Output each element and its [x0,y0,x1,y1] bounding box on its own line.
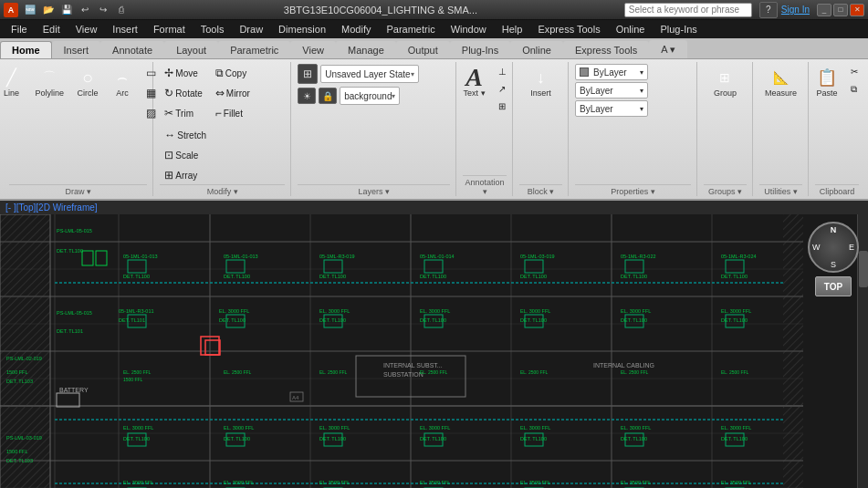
svg-text:DET. TL100: DET. TL100 [57,248,83,254]
draw-group-label: Draw ▾ [9,184,147,196]
layer-lock-btn[interactable]: 🔒 [319,88,337,104]
ribbon-group-groups: ⊞ Group Groups ▾ [698,62,753,196]
ribbon-tabs: Home Insert Annotate Layout Parametric V… [0,38,868,59]
navcube[interactable]: N S E W TOP [806,222,861,304]
arc-button[interactable]: ⌢ Arc [107,64,138,101]
tab-extra[interactable]: A ▾ [649,40,687,58]
paste-icon: 📋 [816,67,838,88]
svg-text:EL. 3500 FFL: EL. 3500 FFL [721,480,751,485]
arc-label: Arc [116,88,129,99]
clipboard-content: 📋 Paste ✂ ⧉ [811,62,863,184]
search-input[interactable] [624,3,752,17]
lineweight-dropdown[interactable]: ByLayer ▾ [575,100,648,117]
lineweight-label: ByLayer [580,104,613,114]
menu-modify[interactable]: Modify [334,22,378,36]
svg-text:DET. TL101: DET. TL101 [119,317,145,323]
dimension-btn[interactable]: ⊥ [494,64,511,79]
menu-dimension[interactable]: Dimension [271,22,333,36]
array-button[interactable]: ⊞ Array [160,166,211,184]
menu-view[interactable]: View [68,22,105,36]
polyline-button[interactable]: ⌒ Polyline [30,64,68,101]
print-btn[interactable]: ⎙ [113,3,130,17]
linetype-label: ByLayer [580,86,613,96]
tab-manage[interactable]: Manage [336,41,396,58]
top-cube-label[interactable]: TOP [815,276,852,296]
paste-button[interactable]: 📋 Paste [811,64,842,101]
menu-express[interactable]: Express Tools [530,22,607,36]
cut-btn[interactable]: ✂ [846,64,863,79]
tab-view[interactable]: View [290,41,336,58]
menu-insert[interactable]: Insert [105,22,145,36]
stretch-button[interactable]: ↔ Stretch [160,126,211,144]
copy-button[interactable]: ⧉ Copy [211,64,255,82]
move-button[interactable]: ✢ Move [160,64,206,82]
undo-btn[interactable]: ↩ [77,3,93,17]
minimize-btn[interactable]: _ [817,4,831,16]
table-icon: ⊞ [498,101,506,111]
measure-button[interactable]: 📐 Measure [760,64,801,101]
svg-text:DET. TL100: DET. TL100 [123,274,150,279]
layer-state-dropdown[interactable]: Unsaved Layer State ▾ [320,65,418,83]
menu-help[interactable]: Help [495,22,530,36]
group-icon: ⊞ [714,67,736,88]
tab-home[interactable]: Home [0,41,52,58]
menu-online[interactable]: Online [609,22,653,36]
help-icon[interactable]: ? [759,2,778,18]
svg-text:1500 FFL: 1500 FFL [6,449,28,454]
svg-text:EL. 3000 FFL: EL. 3000 FFL [224,425,254,431]
tab-annotate[interactable]: Annotate [100,41,164,58]
text-button[interactable]: A Text ▾ [459,64,490,101]
line-button[interactable]: ╱ Line [0,64,26,101]
menu-window[interactable]: Window [444,22,494,36]
menu-parametric[interactable]: Parametric [379,22,442,36]
trim-button[interactable]: ✂ Trim [160,104,206,122]
polyline-icon: ⌒ [38,67,60,88]
menu-format[interactable]: Format [146,22,193,36]
svg-text:EL. 3000 FFL: EL. 3000 FFL [319,308,350,314]
mirror-button[interactable]: ⇔ Mirror [211,84,255,102]
svg-text:EL. 2500 FFL: EL. 2500 FFL [721,369,749,375]
drawing-area[interactable]: INTERNAL SUBST... SUBSTATION INTERNAL CA… [0,214,868,488]
tab-insert[interactable]: Insert [52,41,101,58]
tab-online[interactable]: Online [510,41,563,58]
title-filename: 3BTG13E10CG06004_LIGHTING & SMA... [137,5,624,16]
layer-bg-dropdown[interactable]: background ▾ [340,87,400,105]
group-button[interactable]: ⊞ Group [709,64,741,101]
circle-button[interactable]: ○ Circle [72,64,103,101]
maximize-btn[interactable]: □ [833,4,848,16]
save-btn[interactable]: 💾 [58,3,75,17]
tab-layout[interactable]: Layout [164,41,218,58]
signin-label[interactable]: Sign In [781,5,810,15]
menu-draw[interactable]: Draw [232,22,270,36]
tab-plugins[interactable]: Plug-Ins [450,41,510,58]
scale-button[interactable]: ⊡ Scale [160,146,211,164]
table-btn[interactable]: ⊞ [494,99,511,114]
fillet-button[interactable]: ⌐ Fillet [211,104,255,122]
menu-file[interactable]: File [4,22,35,36]
tab-parametric[interactable]: Parametric [218,41,290,58]
rotate-button[interactable]: ↻ Rotate [160,84,206,102]
groups-content: ⊞ Group [709,62,741,184]
layers-content: ⊞ Unsaved Layer State ▾ ☀ 🔒 background ▾ [298,62,450,184]
layer-freeze-btn[interactable]: ☀ [298,88,316,104]
insert-button[interactable]: ↓ Insert [526,64,557,101]
copy-clip-btn[interactable]: ⧉ [846,81,863,98]
color-dropdown[interactable]: ByLayer ▾ [575,64,648,80]
layer-props-btn[interactable]: ⊞ [298,64,318,84]
linetype-dropdown[interactable]: ByLayer ▾ [575,82,648,99]
close-btn[interactable]: ✕ [850,4,864,16]
redo-btn[interactable]: ↪ [95,3,111,17]
open-btn[interactable]: 📂 [40,3,57,17]
insert-label: Insert [530,88,551,99]
new-btn[interactable]: 🆕 [22,3,38,17]
svg-text:BATTERY: BATTERY [59,387,89,393]
menu-plugins[interactable]: Plug-Ins [653,22,704,36]
tab-express[interactable]: Express Tools [563,41,649,58]
svg-text:PS-LML-05-015: PS-LML-05-015 [57,310,92,316]
menu-tools[interactable]: Tools [193,22,232,36]
menu-edit[interactable]: Edit [36,22,68,36]
leader-btn[interactable]: ↗ [494,81,511,97]
compass-ring[interactable]: N S E W [808,222,859,273]
tab-output[interactable]: Output [396,41,450,58]
viewport-area: [- ][Top][2D Wireframe] [0,201,868,488]
